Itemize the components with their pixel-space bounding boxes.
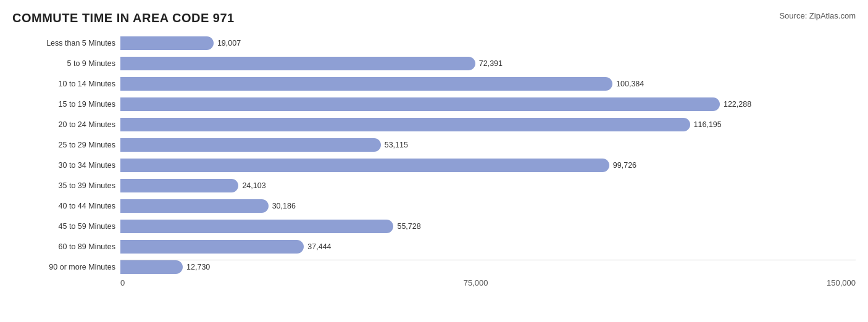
- bar-row: 40 to 44 Minutes30,186: [12, 197, 856, 215]
- bar-row: 10 to 14 Minutes100,384: [12, 75, 856, 93]
- bar-fill: 72,391: [120, 57, 475, 70]
- bar-label: 10 to 14 Minutes: [12, 80, 120, 88]
- source-text: Source: ZipAtlas.com: [779, 11, 856, 20]
- bar-value: 100,384: [616, 80, 644, 88]
- bar-fill: 19,007: [120, 36, 214, 50]
- bar-label: 20 to 24 Minutes: [12, 120, 120, 129]
- x-labels: 075,000150,000: [120, 275, 856, 287]
- bar-label: Less than 5 Minutes: [12, 39, 120, 47]
- bar-row: 60 to 89 Minutes37,444: [12, 237, 856, 256]
- bar-fill: 30,186: [120, 199, 269, 213]
- bar-value: 19,007: [217, 39, 241, 47]
- bar-track: 12,730: [120, 260, 856, 274]
- bar-value: 24,103: [242, 181, 265, 190]
- bar-track: 100,384: [120, 77, 856, 91]
- bar-fill: 12,730: [120, 260, 183, 274]
- bar-fill: 53,115: [120, 138, 381, 152]
- bars-area: Less than 5 Minutes19,0075 to 9 Minutes7…: [12, 34, 856, 275]
- bar-value: 72,391: [479, 59, 503, 68]
- bar-value: 12,730: [186, 263, 210, 271]
- bar-row: 20 to 24 Minutes116,195: [12, 115, 856, 134]
- bar-track: 122,288: [120, 97, 856, 111]
- bar-track: 37,444: [120, 240, 856, 254]
- bar-label: 45 to 59 Minutes: [12, 222, 120, 231]
- bar-row: 15 to 19 Minutes122,288: [12, 95, 856, 114]
- bar-label: 5 to 9 Minutes: [12, 59, 120, 68]
- x-axis-label: 0: [120, 278, 125, 287]
- bar-row: 90 or more Minutes12,730: [12, 258, 856, 276]
- bar-track: 19,007: [120, 36, 856, 50]
- bar-fill: 99,726: [120, 159, 609, 172]
- bar-row: 5 to 9 Minutes72,391: [12, 54, 856, 73]
- bar-fill: 24,103: [120, 179, 238, 192]
- chart-container: COMMUTE TIME IN AREA CODE 971 Source: Zi…: [0, 0, 868, 322]
- bar-label: 40 to 44 Minutes: [12, 202, 120, 210]
- bar-value: 30,186: [272, 202, 296, 210]
- bar-row: Less than 5 Minutes19,007: [12, 34, 856, 52]
- bar-track: 30,186: [120, 199, 856, 213]
- bar-fill: 55,728: [120, 220, 393, 233]
- bar-label: 60 to 89 Minutes: [12, 242, 120, 251]
- bar-label: 15 to 19 Minutes: [12, 100, 120, 109]
- bar-value: 122,288: [724, 100, 751, 109]
- bar-value: 99,726: [613, 161, 636, 170]
- bar-track: 72,391: [120, 57, 856, 70]
- bar-value: 116,195: [694, 120, 722, 129]
- bar-label: 90 or more Minutes: [12, 263, 120, 271]
- bar-value: 37,444: [307, 242, 331, 251]
- bar-track: 99,726: [120, 159, 856, 172]
- bar-fill: 122,288: [120, 97, 720, 111]
- bar-track: 55,728: [120, 220, 856, 233]
- bar-fill: 116,195: [120, 118, 690, 131]
- bar-track: 24,103: [120, 179, 856, 192]
- x-axis-line: [120, 260, 856, 260]
- bar-label: 25 to 29 Minutes: [12, 141, 120, 149]
- x-axis-label: 75,000: [464, 278, 488, 287]
- bar-track: 53,115: [120, 138, 856, 152]
- chart-body: Less than 5 Minutes19,0075 to 9 Minutes7…: [12, 34, 856, 287]
- bar-value: 53,115: [385, 141, 408, 149]
- bar-track: 116,195: [120, 118, 856, 131]
- bar-row: 30 to 34 Minutes99,726: [12, 156, 856, 175]
- x-axis-label: 150,000: [827, 278, 856, 287]
- bar-value: 55,728: [397, 222, 420, 231]
- bar-row: 45 to 59 Minutes55,728: [12, 217, 856, 236]
- bar-row: 35 to 39 Minutes24,103: [12, 176, 856, 195]
- bar-label: 30 to 34 Minutes: [12, 161, 120, 170]
- bar-fill: 100,384: [120, 77, 612, 91]
- bar-label: 35 to 39 Minutes: [12, 181, 120, 190]
- bar-fill: 37,444: [120, 240, 304, 254]
- chart-title: COMMUTE TIME IN AREA CODE 971: [12, 11, 856, 25]
- bar-row: 25 to 29 Minutes53,115: [12, 136, 856, 154]
